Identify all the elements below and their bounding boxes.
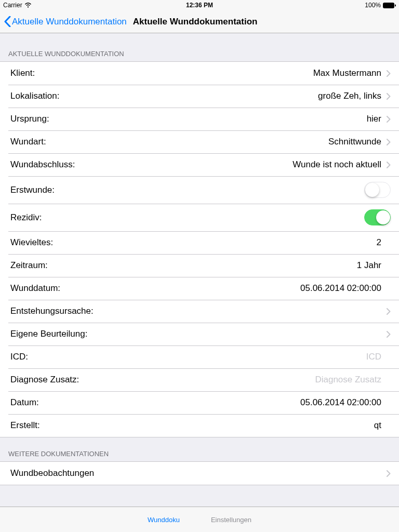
- chevron-right-icon: [387, 308, 391, 315]
- status-bar: Carrier 12:36 PM 100%: [0, 0, 399, 10]
- row-erstwunde: Erstwunde:: [0, 176, 399, 204]
- row-wundabschluss[interactable]: Wundabschluss: Wunde ist noch aktuell: [0, 153, 399, 176]
- wundbeobachtungen-label: Wundbeobachtungen: [10, 468, 94, 478]
- erstwunde-switch[interactable]: [364, 182, 391, 198]
- icd-placeholder: ICD: [366, 352, 381, 362]
- tab-bar: Wunddoku Einstellungen: [0, 507, 399, 532]
- erstellt-value: qt: [374, 420, 381, 431]
- chevron-right-icon: [387, 93, 391, 100]
- back-label: Aktuelle Wunddokumentation: [12, 17, 127, 27]
- content-scroll[interactable]: AKTUELLE WUNDDOKUMENTATION Klient: Max M…: [0, 33, 399, 507]
- row-wundart[interactable]: Wundart: Schnittwunde: [0, 130, 399, 153]
- row-icd[interactable]: ICD: ICD: [0, 345, 399, 368]
- tab-wunddoku[interactable]: Wunddoku: [148, 516, 180, 524]
- row-wundbeobachtungen[interactable]: Wundbeobachtungen: [0, 462, 399, 485]
- nav-title: Aktuelle Wunddokumentation: [133, 17, 258, 27]
- row-lokalisation[interactable]: Lokalisation: große Zeh, links: [0, 85, 399, 108]
- klient-value: Max Mustermann: [313, 68, 381, 78]
- ursprung-label: Ursprung:: [10, 114, 49, 124]
- status-right: 100%: [365, 2, 396, 9]
- section-header-weitere: WEITERE DOKUMENTATIONEN: [0, 437, 399, 461]
- diagnose-zusatz-placeholder: Diagnose Zusatz: [315, 375, 381, 385]
- status-time: 12:36 PM: [186, 2, 213, 9]
- chevron-right-icon: [387, 70, 391, 77]
- chevron-right-icon: [387, 162, 391, 168]
- erstwunde-label: Erstwunde:: [10, 185, 55, 195]
- ursprung-value: hier: [367, 114, 381, 124]
- chevron-right-icon: [387, 331, 391, 338]
- wunddatum-label: Wunddatum:: [10, 283, 60, 294]
- zeitraum-label: Zeitraum:: [10, 260, 48, 271]
- svg-rect-1: [395, 4, 396, 6]
- icd-label: ICD:: [10, 352, 28, 362]
- rezidiv-label: Rezidiv:: [10, 212, 42, 223]
- diagnose-zusatz-label: Diagnose Zusatz:: [10, 375, 79, 385]
- chevron-left-icon: [4, 16, 11, 27]
- row-wunddatum[interactable]: Wunddatum: 05.06.2014 02:00:00: [0, 277, 399, 300]
- nav-bar: Aktuelle Wunddokumentation Aktuelle Wund…: [0, 10, 399, 33]
- row-rezidiv: Rezidiv:: [0, 204, 399, 231]
- datum-value: 05.06.2014 02:00:00: [300, 397, 381, 408]
- erstellt-label: Erstellt:: [10, 420, 40, 431]
- table-group-weitere: Wundbeobachtungen: [0, 461, 399, 485]
- svg-rect-0: [383, 3, 394, 8]
- wundabschluss-value: Wunde ist noch aktuell: [292, 159, 381, 170]
- row-wievieltes[interactable]: Wievieltes: 2: [0, 231, 399, 254]
- row-entstehungsursache[interactable]: Entstehungsursache:: [0, 300, 399, 323]
- carrier-label: Carrier: [3, 2, 22, 9]
- wifi-icon: [24, 3, 32, 8]
- lokalisation-value: große Zeh, links: [318, 91, 381, 101]
- section-header-aktuelle: AKTUELLE WUNDDOKUMENTATION: [0, 33, 399, 61]
- table-group-main: Klient: Max Mustermann Lokalisation: gro…: [0, 61, 399, 437]
- wundabschluss-label: Wundabschluss:: [10, 159, 75, 170]
- row-zeitraum[interactable]: Zeitraum: 1 Jahr: [0, 254, 399, 277]
- wievieltes-value: 2: [377, 237, 381, 248]
- wundart-value: Schnittwunde: [328, 137, 381, 147]
- wievieltes-label: Wievieltes:: [10, 237, 53, 248]
- rezidiv-switch[interactable]: [364, 209, 391, 225]
- klient-label: Klient:: [10, 68, 35, 78]
- row-eigene-beurteilung[interactable]: Eigene Beurteilung:: [0, 323, 399, 345]
- back-button[interactable]: Aktuelle Wunddokumentation: [4, 16, 127, 27]
- zeitraum-value: 1 Jahr: [357, 260, 381, 271]
- chevron-right-icon: [387, 139, 391, 145]
- tab-einstellungen[interactable]: Einstellungen: [211, 516, 251, 524]
- battery-icon: [383, 3, 396, 8]
- chevron-right-icon: [387, 116, 391, 123]
- row-erstellt[interactable]: Erstellt: qt: [0, 414, 399, 437]
- battery-percent: 100%: [365, 2, 381, 9]
- row-diagnose-zusatz[interactable]: Diagnose Zusatz: Diagnose Zusatz: [0, 368, 399, 391]
- lokalisation-label: Lokalisation:: [10, 91, 60, 101]
- wunddatum-value: 05.06.2014 02:00:00: [300, 283, 381, 294]
- entstehungsursache-label: Entstehungsursache:: [10, 306, 94, 316]
- row-datum[interactable]: Datum: 05.06.2014 02:00:00: [0, 391, 399, 414]
- wundart-label: Wundart:: [10, 137, 46, 147]
- status-left: Carrier: [3, 2, 32, 9]
- row-ursprung[interactable]: Ursprung: hier: [0, 108, 399, 130]
- chevron-right-icon: [387, 470, 391, 477]
- row-klient[interactable]: Klient: Max Mustermann: [0, 62, 399, 85]
- datum-label: Datum:: [10, 397, 39, 408]
- eigene-beurteilung-label: Eigene Beurteilung:: [10, 329, 87, 339]
